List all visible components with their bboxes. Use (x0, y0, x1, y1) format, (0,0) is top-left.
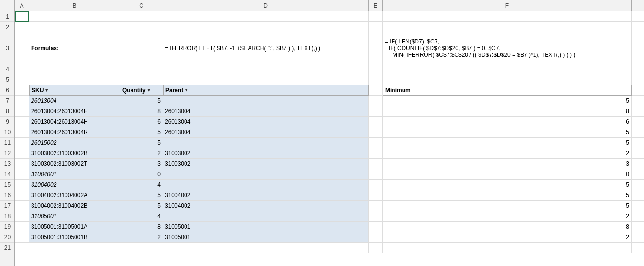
cell-d9[interactable]: 26013004 (163, 117, 369, 127)
cell-b20[interactable]: 31005001:31005001B (29, 232, 120, 243)
cell-a7[interactable] (15, 96, 29, 106)
cell-d14[interactable] (163, 169, 369, 180)
cell-d2[interactable] (163, 22, 369, 32)
col-header-a[interactable]: A (15, 0, 29, 11)
cell-e10[interactable] (369, 127, 383, 138)
cell-f20[interactable]: 2 (383, 232, 632, 243)
cell-a15[interactable] (15, 180, 29, 190)
cell-d19[interactable]: 31005001 (163, 222, 369, 232)
row-num-11[interactable]: 11 (0, 138, 14, 148)
cell-c5[interactable] (120, 74, 163, 85)
cell-f11[interactable]: 5 (383, 138, 632, 148)
cell-c19[interactable]: 8 (120, 222, 163, 232)
sku-filter-arrow[interactable]: ▼ (44, 88, 49, 93)
cell-e7[interactable] (369, 96, 383, 106)
cell-e2[interactable] (369, 22, 383, 32)
row-num-10[interactable]: 10 (0, 127, 14, 138)
cell-a16[interactable] (15, 190, 29, 201)
cell-g12[interactable] (632, 148, 644, 159)
cell-d21[interactable] (163, 243, 369, 253)
cell-g10[interactable] (632, 127, 644, 138)
cell-f5[interactable] (383, 74, 632, 85)
cell-c11[interactable]: 5 (120, 138, 163, 148)
cell-e20[interactable] (369, 232, 383, 243)
cell-d3[interactable]: = IFERROR( LEFT( $B7, -1 +SEARCH( ":", $… (163, 32, 369, 64)
cell-d8[interactable]: 26013004 (163, 106, 369, 117)
cell-a14[interactable] (15, 169, 29, 180)
cell-f10[interactable]: 5 (383, 127, 632, 138)
row-num-2[interactable]: 2 (0, 22, 14, 32)
cell-f14[interactable]: 0 (383, 169, 632, 180)
cell-c21[interactable] (120, 243, 163, 253)
parent-filter-arrow[interactable]: ▼ (184, 88, 188, 93)
cell-d18[interactable] (163, 211, 369, 222)
cell-c9[interactable]: 6 (120, 117, 163, 127)
row-num-18[interactable]: 18 (0, 211, 14, 222)
cell-e11[interactable] (369, 138, 383, 148)
cell-a10[interactable] (15, 127, 29, 138)
cell-f3[interactable]: = IF( LEN($D7), $C7, IF( COUNTIF( $D$7:$… (383, 32, 632, 64)
cell-c12[interactable]: 2 (120, 148, 163, 159)
cell-f16[interactable]: 5 (383, 190, 632, 201)
cell-c2[interactable] (120, 22, 163, 32)
col-header-c[interactable]: C (120, 0, 163, 11)
cell-c1[interactable] (120, 11, 163, 22)
cell-c6[interactable]: Quantity ▼ (120, 85, 163, 96)
cell-c8[interactable]: 8 (120, 106, 163, 117)
cell-f7[interactable]: 5 (383, 96, 632, 106)
cell-b9[interactable]: 26013004:26013004H (29, 117, 120, 127)
cell-a8[interactable] (15, 106, 29, 117)
cell-b14[interactable]: 31004001 (29, 169, 120, 180)
row-num-1[interactable]: 1 (0, 11, 14, 22)
cell-c20[interactable]: 2 (120, 232, 163, 243)
col-header-b[interactable]: B (29, 0, 120, 11)
cell-c3[interactable] (120, 32, 163, 64)
cell-b15[interactable]: 31004002 (29, 180, 120, 190)
cell-c16[interactable]: 5 (120, 190, 163, 201)
cell-c13[interactable]: 3 (120, 159, 163, 169)
row-num-16[interactable]: 16 (0, 190, 14, 201)
cell-a12[interactable] (15, 148, 29, 159)
cell-c4[interactable] (120, 64, 163, 74)
cell-f15[interactable]: 5 (383, 180, 632, 190)
cell-e17[interactable] (369, 201, 383, 211)
row-num-3[interactable]: 3 (0, 32, 14, 64)
cell-d5[interactable] (163, 74, 369, 85)
cell-d6[interactable]: Parent ▼ (163, 85, 369, 96)
cell-d15[interactable] (163, 180, 369, 190)
cell-g15[interactable] (632, 180, 644, 190)
cell-d20[interactable]: 31005001 (163, 232, 369, 243)
cell-d11[interactable] (163, 138, 369, 148)
cell-a3[interactable] (15, 32, 29, 64)
cell-d4[interactable] (163, 64, 369, 74)
cell-d16[interactable]: 31004002 (163, 190, 369, 201)
cell-a6[interactable] (15, 85, 29, 96)
cell-a18[interactable] (15, 211, 29, 222)
cell-g1[interactable] (632, 11, 644, 22)
cell-c17[interactable]: 5 (120, 201, 163, 211)
cell-a20[interactable] (15, 232, 29, 243)
cell-e18[interactable] (369, 211, 383, 222)
cell-b5[interactable] (29, 74, 120, 85)
cell-a1[interactable] (15, 11, 29, 22)
cell-e9[interactable] (369, 117, 383, 127)
cell-g21[interactable] (632, 243, 644, 253)
cell-g13[interactable] (632, 159, 644, 169)
cell-b7[interactable]: 26013004 (29, 96, 120, 106)
cell-f21[interactable] (383, 243, 632, 253)
cell-e13[interactable] (369, 159, 383, 169)
cell-f2[interactable] (383, 22, 632, 32)
cell-f8[interactable]: 8 (383, 106, 632, 117)
cell-d1[interactable] (163, 11, 369, 22)
row-num-7[interactable]: 7 (0, 96, 14, 106)
cell-b3[interactable]: Formulas: (29, 32, 120, 64)
col-header-d[interactable]: D (163, 0, 369, 11)
cell-f17[interactable]: 5 (383, 201, 632, 211)
cell-b13[interactable]: 31003002:31003002T (29, 159, 120, 169)
cell-f18[interactable]: 2 (383, 211, 632, 222)
row-num-6[interactable]: 6 (0, 85, 14, 96)
cell-e8[interactable] (369, 106, 383, 117)
cell-b12[interactable]: 31003002:31003002B (29, 148, 120, 159)
cell-g20[interactable] (632, 232, 644, 243)
cell-g17[interactable] (632, 201, 644, 211)
